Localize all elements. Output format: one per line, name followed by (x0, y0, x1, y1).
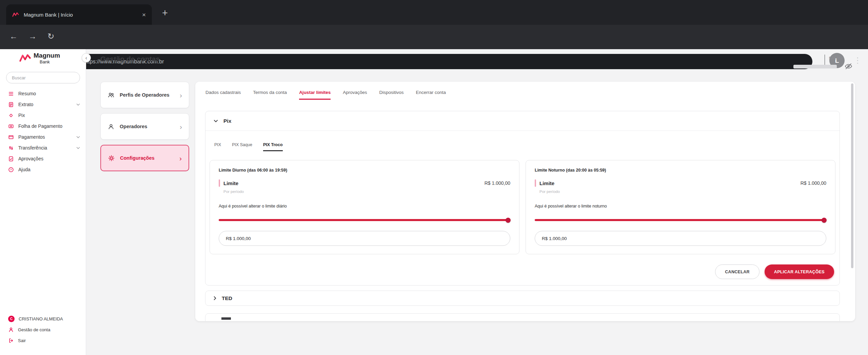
tab-dados-cadastrais[interactable]: Dados cadastrais (205, 90, 241, 100)
sidebar-item-aprovacoes[interactable]: Aprovações (0, 153, 86, 164)
svg-text:?: ? (10, 168, 12, 171)
limit-label: Limite (223, 180, 238, 186)
search-input[interactable] (6, 72, 80, 83)
chevron-right-icon (214, 296, 216, 300)
browser-tabstrip: Magnum Bank | Início × + (0, 0, 868, 25)
limit-row: Limite R$ 1.000,00 (535, 179, 826, 187)
pix-subtabs: PIX PIX Saque PIX Troco (214, 142, 840, 151)
saldo-label: SALDO (829, 56, 842, 60)
sidebar-item-sair[interactable]: Sair (0, 335, 86, 346)
payments-icon (8, 134, 14, 140)
card-configuracoes[interactable]: Configurações › (100, 145, 189, 171)
browser-tab[interactable]: Magnum Bank | Início × (6, 4, 152, 25)
person-icon (8, 327, 14, 333)
sidebar-item-pix[interactable]: Pix (0, 110, 86, 121)
favicon-magnum-logo-icon (12, 12, 19, 17)
browser-toolbar: ← → ↻ https://www.magnumbank.com.br L ⋮ (0, 25, 868, 49)
limit-card-header: Limite Noturno (das 20:00 às 05:59) (535, 168, 826, 173)
account-settings-panel: Dados cadastrais Termos da conta Ajustar… (195, 82, 855, 321)
sidebar-menu: Resumo Extrato Pix Folha de Pagamento Pa… (0, 88, 86, 175)
tab-ajustar-limites[interactable]: Ajustar limites (299, 90, 331, 100)
limit-slider[interactable] (219, 217, 510, 223)
sidebar-item-label: Ajuda (18, 167, 31, 172)
help-icon: ? (8, 167, 14, 173)
card-operadores[interactable]: Operadores › (100, 113, 189, 140)
card-label: Operadores (120, 124, 147, 129)
saldo-hidden-value (793, 65, 837, 68)
person-icon (107, 123, 115, 130)
limit-accent-bar (219, 179, 220, 187)
sidebar-item-label: Gestão de conta (18, 327, 50, 332)
pix-section-header[interactable]: Pix (205, 111, 840, 131)
clipped-section[interactable] (205, 313, 840, 321)
logout-icon (8, 338, 14, 343)
tab-aprovacoes[interactable]: Aprovações (343, 90, 367, 100)
limit-actions: CANCELAR APLICAR ALTERAÇÕES (715, 264, 834, 279)
limit-slider[interactable] (535, 217, 826, 223)
limit-value: R$ 1.000,00 (801, 180, 826, 186)
apply-changes-button[interactable]: APLICAR ALTERAÇÕES (765, 264, 834, 279)
forward-icon[interactable]: → (28, 32, 37, 41)
sidebar-item-gestao-de-conta[interactable]: Gestão de conta (0, 324, 86, 335)
browser-menu-icon[interactable]: ⋮ (854, 56, 862, 65)
chevron-right-icon: › (179, 155, 182, 162)
url-bar[interactable]: https://www.magnumbank.com.br (67, 54, 812, 69)
new-tab-button[interactable]: + (162, 7, 168, 19)
tab-encerrar-conta[interactable]: Encerrar conta (416, 90, 446, 100)
payroll-icon (8, 123, 14, 129)
subtab-pix[interactable]: PIX (214, 142, 221, 151)
eye-off-icon[interactable] (845, 62, 852, 72)
sidebar-item-ajuda[interactable]: ? Ajuda (0, 164, 86, 175)
limit-card-noturno: Limite Noturno (das 20:00 às 05:59) Limi… (526, 160, 835, 254)
people-icon (107, 92, 115, 99)
brand-subtitle: Bank (40, 59, 60, 64)
section-title: TED (222, 295, 232, 301)
ted-section[interactable]: TED (205, 291, 840, 306)
sidebar-item-label: Aprovações (18, 156, 43, 161)
subtab-pix-saque[interactable]: PIX Saque (232, 142, 252, 151)
sidebar-item-label: Extrato (18, 102, 33, 107)
chevron-down-icon (214, 120, 218, 122)
section-title: Pix (223, 118, 231, 124)
card-label: Perfis de Operadores (120, 92, 170, 98)
limit-period-label: Por período (539, 190, 826, 194)
panel-tabs: Dados cadastrais Termos da conta Ajustar… (205, 90, 446, 100)
cancel-button[interactable]: CANCELAR (715, 264, 760, 279)
tab-termos-da-conta[interactable]: Termos da conta (253, 90, 287, 100)
sidebar-item-extrato[interactable]: Extrato (0, 99, 86, 110)
limit-label: Limite (539, 180, 554, 186)
sidebar-item-pagamentos[interactable]: Pagamentos (0, 132, 86, 142)
reload-icon[interactable]: ↻ (47, 32, 54, 41)
limit-accent-bar (535, 179, 536, 187)
card-label: Configurações (120, 155, 155, 161)
magnum-zigzag-icon (19, 54, 31, 64)
summary-icon (8, 91, 14, 97)
clipped-section-label (221, 317, 231, 320)
slider-thumb[interactable] (822, 218, 827, 223)
tab-dispositivos[interactable]: Dispositivos (379, 90, 403, 100)
back-icon[interactable]: ← (9, 32, 18, 41)
limit-input[interactable] (535, 231, 826, 246)
card-perfis-de-operadores[interactable]: Perfis de Operadores › (100, 82, 189, 108)
collapse-icon: ‹ (85, 55, 87, 61)
sidebar-collapse-button[interactable]: ‹ (82, 53, 91, 62)
sidebar-item-transferencia[interactable]: Transferência (0, 142, 86, 153)
sidebar-item-resumo[interactable]: Resumo (0, 88, 86, 99)
subtab-pix-troco[interactable]: PIX Troco (263, 142, 283, 151)
limit-input[interactable] (219, 231, 510, 246)
slider-thumb[interactable] (506, 218, 511, 223)
panel-scrollbar[interactable] (851, 83, 853, 268)
limit-card-diurno: Limite Diurno (das 06:00 às 19:59) Limit… (210, 160, 519, 254)
chevron-right-icon: › (180, 92, 182, 99)
sidebar-item-label: Sair (18, 338, 26, 343)
user-initial-badge: C (8, 316, 15, 322)
sidebar-item-label: Folha de Pagamento (18, 123, 62, 129)
sidebar-user-name: CRISTIANO ALMEIDA (19, 316, 63, 321)
chevron-down-icon (76, 103, 80, 106)
sidebar-user-item[interactable]: C CRISTIANO ALMEIDA (0, 313, 86, 324)
sidebar: Magnum Bank Resumo Extrato Pix Folha de … (0, 49, 86, 355)
brand-title: Magnum (34, 52, 60, 59)
limit-period-label: Por período (223, 190, 510, 194)
tab-close-icon[interactable]: × (142, 12, 146, 18)
sidebar-item-folha-de-pagamento[interactable]: Folha de Pagamento (0, 121, 86, 132)
